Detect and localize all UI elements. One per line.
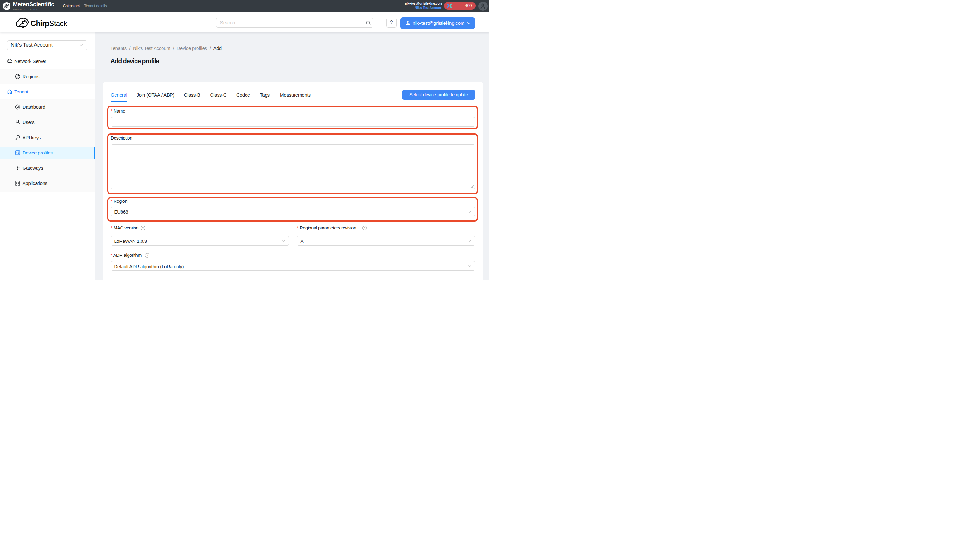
svg-text:?: ? — [142, 226, 144, 230]
svg-text:?: ? — [364, 226, 365, 230]
svg-text:?: ? — [146, 253, 148, 257]
